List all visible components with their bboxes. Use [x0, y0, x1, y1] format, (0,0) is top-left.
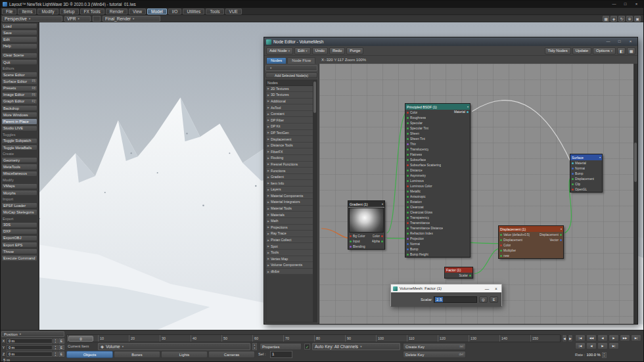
transport-button[interactable]: ▶▶: [620, 334, 630, 342]
ne-toolbar-button[interactable]: Update: [572, 47, 591, 55]
node-category-row[interactable]: ▶ Additional: [266, 99, 313, 105]
node-output-port[interactable]: Scalar: [445, 273, 472, 278]
sidebar-item[interactable]: Execute Command: [1, 255, 37, 261]
transport-button[interactable]: ◀◀: [586, 334, 597, 342]
ne-close-icon[interactable]: ×: [626, 39, 635, 45]
sidebar-item[interactable]: Toggle MetaBalls: [1, 145, 37, 150]
axis-value-field[interactable]: 0 m: [7, 351, 53, 357]
ne-toolbar-button[interactable]: Options: [593, 47, 616, 55]
node-input-port[interactable]: Anisotropic: [405, 194, 470, 199]
node-list-header[interactable]: Nodes: [266, 80, 313, 86]
add-selected-node-button[interactable]: Add Selected Node(s): [265, 72, 317, 78]
node-header[interactable]: Gradient (1) ▾: [348, 201, 384, 207]
node-factor[interactable]: Factor (1) Scalar: [444, 267, 473, 279]
node-displacement[interactable]: Displacement (1) ▾ Value (default+0.5) D…: [498, 225, 564, 259]
node-category-row[interactable]: ▶ Distance Tools: [266, 143, 313, 149]
menu-tab[interactable]: Items: [18, 9, 36, 14]
timeline-nudge-button[interactable]: ◀: [562, 334, 567, 342]
transport-button[interactable]: |◀: [575, 342, 586, 350]
node-input-port[interactable]: Refraction Index: [405, 231, 470, 236]
axis-envelope-button[interactable]: E: [58, 345, 64, 350]
transport-button[interactable]: ▶|: [609, 342, 619, 350]
transport-button[interactable]: ◀: [586, 342, 597, 350]
visibility-eye-icon[interactable]: ◎: [479, 296, 488, 303]
dialog-titlebar[interactable]: VolumeMesh: Factor (1) — ×: [391, 284, 501, 292]
ne-toolbar-button[interactable]: Tidy Nodes: [545, 47, 571, 55]
node-input-port[interactable]: Specular: [405, 120, 470, 125]
ne-tab[interactable]: Nodes: [266, 57, 287, 64]
render-preset-dropdown[interactable]: Final_Render: [103, 16, 160, 22]
node-input-port[interactable]: Normal: [405, 241, 470, 246]
sidebar-item[interactable]: Studio LIVE: [1, 125, 37, 131]
node-category-row[interactable]: ▶ Math: [266, 218, 313, 225]
node-category-row[interactable]: ▶ Layers: [266, 187, 313, 193]
sidebar-item[interactable]: Surface Editor F5: [1, 78, 37, 84]
node-input-port[interactable]: Specular Tint: [405, 125, 470, 131]
ne-tab[interactable]: Node Flow: [287, 57, 315, 64]
menu-tab[interactable]: FX Tools: [80, 9, 104, 14]
transport-button[interactable]: ▶|: [631, 334, 641, 342]
sidebar-item[interactable]: More Windows: [1, 112, 37, 118]
ne-maximize-icon[interactable]: □: [614, 39, 624, 45]
dialog-minimize-icon[interactable]: —: [484, 285, 490, 292]
menu-tab[interactable]: VUE: [225, 9, 242, 14]
transport-button[interactable]: |◀: [575, 334, 586, 342]
sidebar-item[interactable]: Parent in Place: [1, 118, 37, 124]
node-category-row[interactable]: ▶ 3D Textures: [266, 92, 313, 99]
sidebar-item[interactable]: Scene Editor: [1, 72, 37, 78]
sidebar-item[interactable]: Help: [1, 43, 37, 49]
node-category-row[interactable]: ▶ AsTool: [266, 104, 313, 111]
node-filter-dropdown[interactable]: [265, 65, 317, 71]
axis-stepper[interactable]: ▴▾: [53, 345, 58, 350]
sidebar-item[interactable]: MoCap Skelegons: [1, 209, 37, 215]
axis-envelope-button[interactable]: E: [58, 351, 64, 357]
scrollbar-thumb[interactable]: [313, 81, 316, 113]
node-category-row[interactable]: ▶ Spot: [266, 243, 313, 250]
node-input-port[interactable]: Luminous: [405, 178, 470, 183]
node-menu-arrow-icon[interactable]: ▾: [382, 202, 383, 206]
close-icon[interactable]: ×: [632, 1, 641, 7]
sidebar-item[interactable]: Throw: [1, 248, 37, 254]
item-type-tab[interactable]: Objects: [66, 351, 113, 358]
node-input-port[interactable]: Transmittance Distance: [405, 225, 470, 231]
sidebar-item[interactable]: Clear Scene: [1, 53, 37, 58]
menu-tab[interactable]: View: [129, 9, 146, 14]
node-category-row[interactable]: ▶ FiberFX: [266, 148, 313, 155]
graph-vertical-scrollbar[interactable]: [633, 64, 637, 324]
ne-toolbar-button[interactable]: Redo: [329, 47, 345, 55]
node-input-port[interactable]: Normal: [570, 166, 602, 171]
sidebar-item[interactable]: 3DS: [1, 222, 37, 228]
node-category-row[interactable]: ▶ Functions: [266, 168, 313, 174]
move-icon[interactable]: ◈: [610, 16, 617, 22]
scalar-input[interactable]: 2.5: [434, 296, 477, 303]
sidebar-item[interactable]: Presets F8: [1, 85, 37, 91]
node-menu-arrow-icon[interactable]: ▾: [467, 105, 469, 108]
node-category-row[interactable]: ▶ Material Components: [266, 193, 313, 200]
transport-button[interactable]: ▶: [609, 334, 619, 342]
node-category-row[interactable]: ▶ Flocking: [266, 155, 313, 162]
node-category-row[interactable]: ▶ Gradient: [266, 174, 313, 181]
envelope-button[interactable]: E: [490, 296, 498, 303]
sidebar-item[interactable]: Geometry: [1, 157, 37, 163]
grid-icon[interactable]: ▦: [603, 16, 609, 22]
delete-key-button[interactable]: Delete Key del: [403, 351, 466, 358]
axis-stepper[interactable]: ▴▾: [53, 351, 58, 357]
axis-value-field[interactable]: 0 m: [7, 345, 53, 350]
menu-tab[interactable]: Utilities: [183, 9, 204, 14]
sidebar-item[interactable]: VMaps: [1, 183, 37, 189]
node-category-row[interactable]: ▶ DP Filter: [266, 117, 313, 124]
node-input-port[interactable]: OpenGL: [570, 187, 602, 192]
node-input-port[interactable]: Subsurface: [405, 157, 470, 162]
node-input-port[interactable]: Luminous Color: [405, 183, 470, 189]
node-input-port[interactable]: Clip: [570, 181, 602, 187]
node-category-row[interactable]: ▶ Item Info: [266, 180, 313, 187]
node-category-row[interactable]: ▶ Constant: [266, 111, 313, 118]
node-input-port[interactable]: Sheen Tint: [405, 136, 470, 141]
node-input-port[interactable]: Metallic: [405, 189, 470, 194]
node-surface[interactable]: Surface ▾ Material Normal: [570, 154, 603, 192]
sidebar-item[interactable]: Edit: [1, 36, 37, 42]
item-type-tab[interactable]: Cameras: [208, 351, 255, 358]
node-input-port[interactable]: Distance: [405, 168, 470, 173]
ne-toolbar-button[interactable]: Edit: [294, 47, 311, 55]
timeline-ruler[interactable]: 0102030405060708090100110120130140150 0: [66, 334, 561, 342]
